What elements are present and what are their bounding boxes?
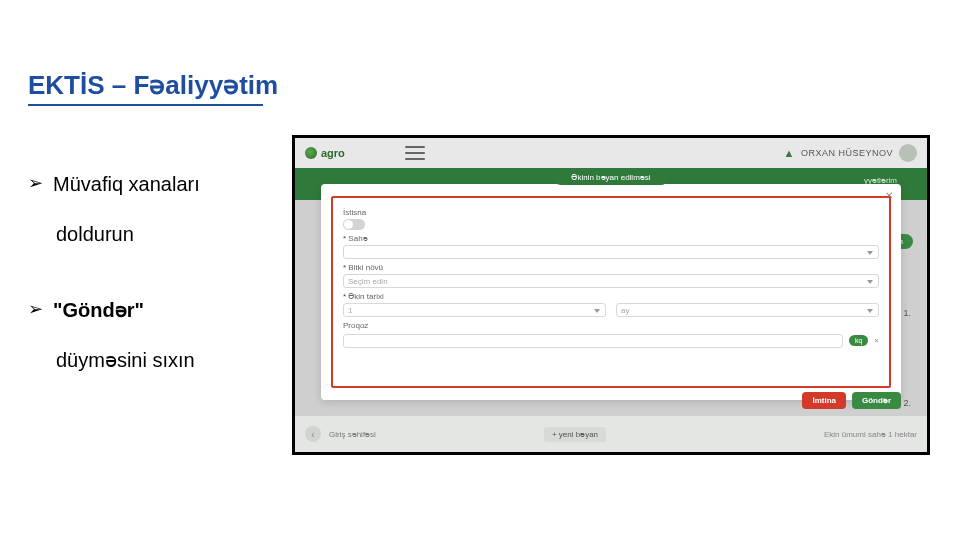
bitki-select[interactable]: Seçim edin bbox=[343, 274, 879, 288]
unit-x: × bbox=[874, 336, 879, 345]
sahe-select[interactable] bbox=[343, 245, 879, 259]
chevron-right-icon: ➢ bbox=[28, 170, 43, 196]
istisna-label: İstisna bbox=[343, 208, 879, 217]
leaf-icon bbox=[305, 147, 317, 159]
slide: EKTİS – Fəaliyyətim ➢ Müvafiq xanaları d… bbox=[0, 0, 960, 540]
ekin-row: 1 ay bbox=[343, 301, 879, 317]
declare-modal: ✕ İstisna Sahə Bitki növü Seçim edin Əki… bbox=[321, 184, 901, 400]
sahe-label: Sahə bbox=[343, 234, 879, 243]
ekin-day-value: 1 bbox=[348, 306, 352, 315]
ekin-day-select[interactable]: 1 bbox=[343, 303, 606, 317]
bullet-item-2: ➢ "Göndər" bbox=[28, 296, 278, 324]
back-circle-icon[interactable]: ‹ bbox=[305, 426, 321, 442]
form-highlight-frame: İstisna Sahə Bitki növü Seçim edin Əkin … bbox=[331, 196, 891, 388]
title-underline bbox=[28, 104, 263, 106]
proqoz-row: kq × bbox=[343, 332, 879, 348]
bullet-2-rest: düyməsini sıxın bbox=[56, 346, 278, 374]
app-inner: agro ▲ ORXAN HÜSEYNOV yyətlərim +əktin 1… bbox=[295, 138, 927, 452]
bell-icon[interactable]: ▲ bbox=[784, 147, 795, 159]
modal-title-pill: Əkinin bəyan edilməsi bbox=[553, 170, 668, 185]
unit-pill[interactable]: kq bbox=[849, 335, 868, 346]
slide-title: EKTİS – Fəaliyyətim bbox=[28, 70, 278, 101]
proqoz-input[interactable] bbox=[343, 334, 843, 348]
bullet-item-1: ➢ Müvafiq xanaları bbox=[28, 170, 278, 198]
send-button[interactable]: Göndər bbox=[852, 392, 901, 409]
bullet-2-lead: "Göndər" bbox=[53, 296, 144, 324]
ekin-month-value: ay bbox=[621, 306, 629, 315]
new-declare-button[interactable]: + yeni bəyan bbox=[544, 427, 606, 442]
cancel-button[interactable]: İmtina bbox=[802, 392, 846, 409]
bullet-list: ➢ Müvafiq xanaları doldurun ➢ "Göndər" d… bbox=[28, 170, 278, 374]
footer-home-link[interactable]: Giriş səhifəsi bbox=[329, 430, 376, 439]
user-name: ORXAN HÜSEYNOV bbox=[801, 148, 893, 158]
list-marker-1: 1. bbox=[903, 308, 911, 318]
bullet-1-lead: Müvafiq xanaları bbox=[53, 170, 200, 198]
bitki-placeholder: Seçim edin bbox=[348, 277, 388, 286]
chevron-right-icon: ➢ bbox=[28, 296, 43, 322]
top-bar: agro ▲ ORXAN HÜSEYNOV bbox=[295, 138, 927, 168]
logo-text: agro bbox=[321, 147, 345, 159]
ekin-label: Əkin tarixi bbox=[343, 292, 879, 301]
ekin-month-select[interactable]: ay bbox=[616, 303, 879, 317]
bitki-label: Bitki növü bbox=[343, 263, 879, 272]
istisna-toggle[interactable] bbox=[343, 219, 365, 230]
avatar[interactable] bbox=[899, 144, 917, 162]
app-logo[interactable]: agro bbox=[305, 147, 345, 159]
modal-actions: İmtina Göndər bbox=[802, 392, 901, 409]
hamburger-icon[interactable] bbox=[405, 146, 425, 160]
app-screenshot: agro ▲ ORXAN HÜSEYNOV yyətlərim +əktin 1… bbox=[292, 135, 930, 455]
bullet-1-rest: doldurun bbox=[56, 220, 278, 248]
user-block[interactable]: ▲ ORXAN HÜSEYNOV bbox=[784, 144, 917, 162]
proqoz-label: Proqoz bbox=[343, 321, 879, 330]
footer-hectar-text: Ekin ümumi sahə 1 hektar bbox=[824, 430, 917, 439]
list-marker-2: 2. bbox=[903, 398, 911, 408]
footer-strip: ‹ Giriş səhifəsi + yeni bəyan Ekin ümumi… bbox=[295, 416, 927, 452]
